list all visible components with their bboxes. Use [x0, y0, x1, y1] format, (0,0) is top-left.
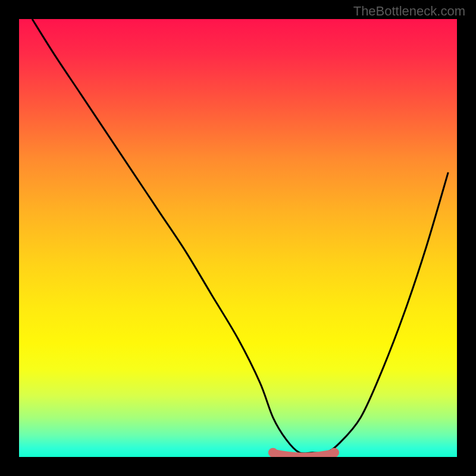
optimal-range-start-dot [268, 448, 278, 457]
bottleneck-curve [32, 19, 448, 453]
watermark-text: TheBottleneck.com [353, 4, 465, 19]
chart-svg [19, 19, 457, 457]
chart-area [19, 19, 457, 457]
optimal-range-end-dot [330, 448, 339, 457]
optimal-range-segment [273, 453, 334, 456]
